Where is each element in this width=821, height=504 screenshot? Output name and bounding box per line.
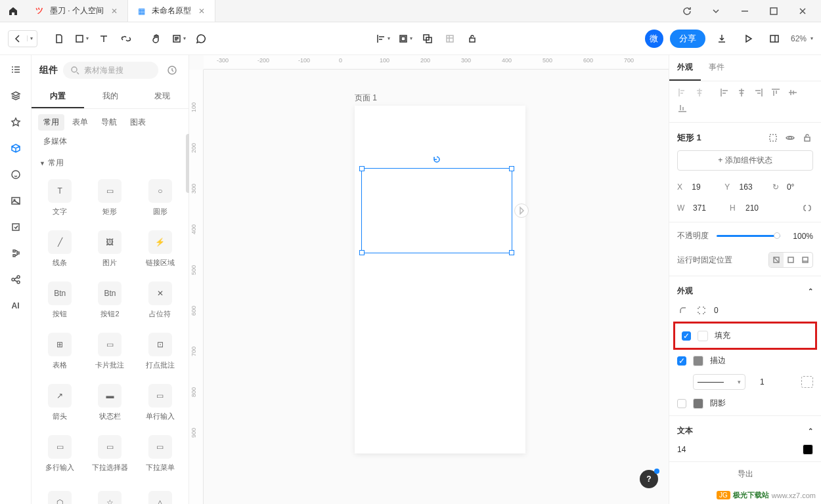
fill-color-swatch[interactable]	[698, 331, 708, 341]
cat-chart[interactable]: 图表	[125, 114, 151, 131]
stroke-checkbox[interactable]: ✓	[677, 356, 686, 366]
play-icon[interactable]	[738, 29, 758, 49]
rotation-value[interactable]: 0°	[787, 182, 813, 192]
tab-mine[interactable]: 我的	[84, 85, 137, 108]
cat-media[interactable]: 多媒体	[38, 133, 72, 150]
maximize-icon[interactable]	[761, 3, 787, 20]
component-item[interactable]: ▭单行输入	[137, 379, 183, 426]
page-label[interactable]: 页面 1	[355, 93, 377, 104]
home-icon[interactable]	[0, 0, 26, 22]
text-tool[interactable]	[94, 29, 114, 49]
radius-value[interactable]: 0	[714, 306, 719, 315]
hand-tool[interactable]	[146, 29, 166, 49]
selection-rect[interactable]	[361, 168, 512, 253]
tab-builtin[interactable]: 内置	[32, 85, 84, 108]
rail-outline-icon[interactable]	[7, 60, 25, 79]
link-wh-icon[interactable]	[801, 202, 813, 214]
comment-tool[interactable]	[191, 29, 211, 49]
tab-appearance[interactable]: 外观	[669, 55, 701, 81]
component-item[interactable]: Btn按钮2	[87, 276, 133, 324]
component-item[interactable]: 🖼图片	[87, 225, 133, 272]
align-left-tool[interactable]: ▾	[373, 29, 393, 49]
shadow-checkbox[interactable]	[677, 399, 686, 408]
rail-ai-icon[interactable]: AI	[7, 297, 25, 315]
x-value[interactable]: 19	[692, 182, 718, 192]
rotate-handle-icon[interactable]	[432, 154, 442, 167]
close-window-icon[interactable]	[789, 3, 816, 20]
section-text[interactable]: 文本 ⌃	[669, 419, 821, 440]
search-input[interactable]: 素材海量搜	[63, 62, 158, 79]
link-tool[interactable]	[116, 29, 136, 49]
rail-master-icon[interactable]	[7, 218, 25, 236]
rail-share-icon[interactable]	[7, 270, 25, 289]
fix-bottom-icon[interactable]	[798, 253, 812, 267]
component-item[interactable]: ⊡打点批注	[137, 327, 183, 375]
section-header[interactable]: ▼ 常用	[32, 155, 189, 171]
share-button[interactable]: 分享	[670, 30, 705, 48]
runtime-toggle[interactable]	[768, 252, 813, 268]
fill-checkbox[interactable]: ✓	[682, 331, 691, 341]
rail-tree-icon[interactable]	[7, 244, 25, 262]
chevron-down-icon[interactable]: ▾	[27, 35, 33, 41]
component-item[interactable]: ╱线条	[37, 225, 83, 272]
minimize-icon[interactable]	[732, 3, 758, 20]
browser-tab-prototype[interactable]: ▦ 未命名原型 ✕	[128, 0, 215, 22]
component-item[interactable]: ⬡	[37, 481, 83, 504]
radius-icon[interactable]	[677, 304, 689, 316]
canvas[interactable]: 页面 1	[204, 70, 669, 504]
add-state-button[interactable]: + 添加组件状态	[677, 150, 813, 171]
component-item[interactable]: ▭下拉选择器	[87, 430, 133, 477]
opacity-slider[interactable]	[717, 235, 780, 237]
note-tool[interactable]: ▾	[169, 29, 189, 49]
resize-handle[interactable]	[509, 250, 514, 255]
component-item[interactable]: ⊞表格	[37, 327, 83, 375]
align-hcenter2-icon[interactable]	[735, 87, 748, 98]
resize-handle[interactable]	[509, 166, 514, 171]
align-top-icon[interactable]	[769, 87, 782, 98]
rail-emoji-icon[interactable]	[7, 165, 25, 184]
fix-none-icon[interactable]	[769, 253, 784, 267]
combine-tool[interactable]	[418, 29, 437, 49]
help-fab[interactable]: ?	[640, 470, 658, 488]
history-icon[interactable]	[164, 62, 181, 79]
chevron-down-icon[interactable]	[703, 3, 729, 20]
cat-common[interactable]: 常用	[38, 114, 64, 131]
text-color-swatch[interactable]	[803, 444, 813, 455]
align-bottom-icon[interactable]	[676, 102, 689, 114]
rail-components-icon[interactable]	[7, 139, 25, 158]
component-item[interactable]: △	[137, 481, 183, 504]
stroke-style-select[interactable]: ▾	[693, 374, 745, 390]
flow-handle-icon[interactable]	[514, 203, 529, 218]
frame-tool[interactable]: ▾	[395, 29, 415, 49]
refresh-icon[interactable]	[674, 3, 700, 20]
browser-tab-workspace[interactable]: ツ 墨刀 · 个人空间 ✕	[26, 0, 128, 22]
tab-events[interactable]: 事件	[701, 55, 732, 81]
align-right-icon[interactable]	[752, 87, 765, 98]
rail-assets-icon[interactable]	[7, 113, 25, 131]
rail-layers-icon[interactable]	[7, 87, 25, 105]
cat-nav[interactable]: 导航	[96, 114, 122, 131]
component-item[interactable]: ✕占位符	[137, 276, 183, 324]
font-size[interactable]: 14	[677, 445, 686, 454]
download-icon[interactable]	[712, 29, 732, 49]
height-value[interactable]: 210	[745, 203, 776, 213]
align-vcenter-icon[interactable]	[786, 87, 799, 98]
page-tool[interactable]	[49, 29, 69, 49]
unlock-icon[interactable]	[801, 132, 813, 144]
stroke-position-icon[interactable]	[801, 376, 813, 388]
shape-tool[interactable]: ▾	[72, 29, 91, 49]
close-icon[interactable]: ✕	[196, 6, 207, 16]
unlock-tool[interactable]	[462, 29, 482, 49]
component-item[interactable]: ↗箭头	[37, 379, 83, 426]
component-item[interactable]: ▭卡片批注	[87, 327, 133, 375]
group-tool[interactable]	[440, 29, 460, 49]
align-left-icon[interactable]	[676, 87, 689, 98]
zoom-control[interactable]: 62%▾	[791, 34, 813, 43]
section-appearance[interactable]: 外观 ⌃	[669, 279, 821, 301]
component-item[interactable]: ▭下拉菜单	[137, 430, 183, 477]
close-icon[interactable]: ✕	[109, 6, 120, 16]
shadow-color-swatch[interactable]	[693, 398, 703, 409]
export-label[interactable]: 导出	[738, 469, 753, 480]
align-left2-icon[interactable]	[718, 87, 731, 98]
opacity-value[interactable]: 100%	[787, 232, 813, 241]
